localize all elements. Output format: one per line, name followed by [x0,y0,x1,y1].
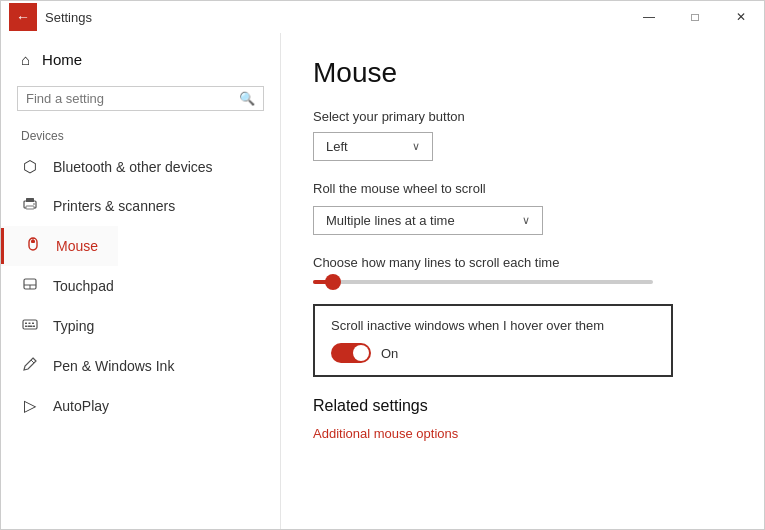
maximize-icon: □ [691,10,698,24]
titlebar-left: ← Settings [9,3,92,31]
svg-rect-13 [32,323,34,325]
sidebar-item-mouse[interactable]: Mouse [1,226,118,266]
slider-thumb[interactable] [325,274,341,290]
toggle-row: On [331,343,655,363]
content: ⌂ Home 🔍 Devices ⬡ Bluetooth & other dev… [1,33,764,529]
svg-rect-12 [29,323,31,325]
close-icon: ✕ [736,10,746,24]
touchpad-icon [21,276,39,296]
hover-scroll-toggle[interactable] [331,343,371,363]
sidebar-item-bluetooth[interactable]: ⬡ Bluetooth & other devices [1,147,280,186]
svg-line-17 [31,360,34,363]
toggle-knob [353,345,369,361]
svg-point-3 [33,203,35,205]
printer-icon [21,196,39,216]
hover-scroll-box: Scroll inactive windows when I hover ove… [313,304,673,377]
scroll-label: Roll the mouse wheel to scroll [313,181,732,196]
primary-button-arrow: ∨ [412,140,420,153]
search-icon: 🔍 [239,91,255,106]
autoplay-label: AutoPlay [53,398,109,414]
pen-label: Pen & Windows Ink [53,358,174,374]
primary-button-dropdown[interactable]: Left ∨ [313,132,433,161]
sidebar: ⌂ Home 🔍 Devices ⬡ Bluetooth & other dev… [1,33,281,529]
toggle-state-text: On [381,346,398,361]
hover-scroll-label: Scroll inactive windows when I hover ove… [331,318,655,333]
pen-icon [21,356,39,376]
maximize-button[interactable]: □ [672,1,718,33]
active-indicator [1,228,4,264]
settings-window: ← Settings — □ ✕ ⌂ Home 🔍 [0,0,765,530]
svg-rect-15 [28,326,33,328]
main-content: Mouse Select your primary button Left ∨ … [281,33,764,529]
mouse-label: Mouse [56,238,98,254]
svg-rect-1 [26,198,34,202]
home-label: Home [42,51,82,68]
svg-rect-2 [26,206,34,209]
primary-button-value: Left [326,139,348,154]
home-icon: ⌂ [21,51,30,68]
typing-label: Typing [53,318,94,334]
minimize-icon: — [643,10,655,24]
bluetooth-icon: ⬡ [21,157,39,176]
titlebar-title: Settings [45,10,92,25]
sidebar-item-touchpad[interactable]: Touchpad [1,266,280,306]
sidebar-item-typing[interactable]: Typing [1,306,280,346]
slider-track [313,280,653,284]
primary-button-label: Select your primary button [313,109,732,124]
lines-slider-container [313,280,732,284]
svg-rect-10 [23,320,37,329]
touchpad-label: Touchpad [53,278,114,294]
autoplay-icon: ▷ [21,396,39,415]
bluetooth-label: Bluetooth & other devices [53,159,213,175]
sidebar-item-mouse-wrapper: Mouse [1,226,280,266]
typing-icon [21,316,39,336]
close-button[interactable]: ✕ [718,1,764,33]
sidebar-item-printers[interactable]: Printers & scanners [1,186,280,226]
minimize-button[interactable]: — [626,1,672,33]
lines-label: Choose how many lines to scroll each tim… [313,255,732,270]
search-input[interactable] [26,91,239,106]
sidebar-section-devices: Devices [1,123,280,147]
related-settings-title: Related settings [313,397,732,415]
scroll-dropdown[interactable]: Multiple lines at a time ∨ [313,206,543,235]
scroll-value: Multiple lines at a time [326,213,455,228]
svg-rect-16 [33,326,35,328]
sidebar-item-pen[interactable]: Pen & Windows Ink [1,346,280,386]
svg-rect-6 [31,240,35,243]
mouse-icon [24,236,42,256]
svg-rect-11 [25,323,27,325]
titlebar-controls: — □ ✕ [626,1,764,33]
search-box[interactable]: 🔍 [17,86,264,111]
svg-rect-14 [25,326,27,328]
printers-label: Printers & scanners [53,198,175,214]
additional-mouse-options-link[interactable]: Additional mouse options [313,426,458,441]
sidebar-item-autoplay[interactable]: ▷ AutoPlay [1,386,280,425]
sidebar-item-home[interactable]: ⌂ Home [1,41,280,78]
back-button[interactable]: ← [9,3,37,31]
scroll-arrow: ∨ [522,214,530,227]
back-icon: ← [16,9,30,25]
page-title: Mouse [313,57,732,89]
titlebar: ← Settings — □ ✕ [1,1,764,33]
